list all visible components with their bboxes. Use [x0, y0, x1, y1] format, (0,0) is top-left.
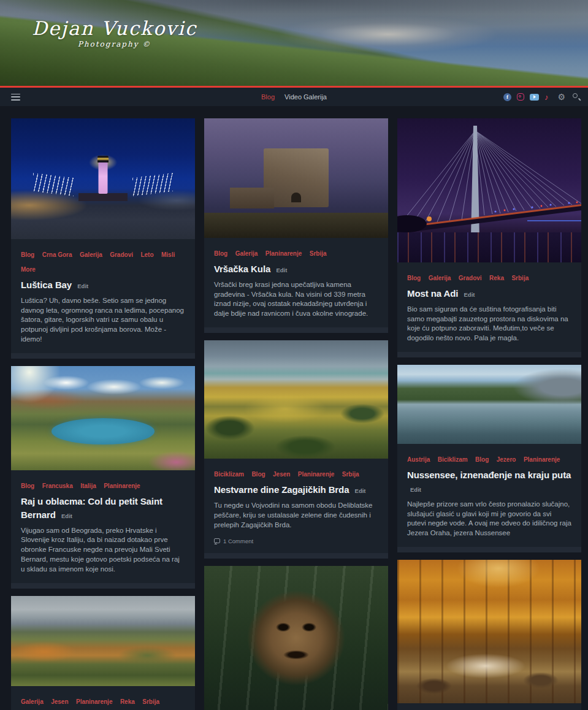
category-link[interactable]: Crna Gora — [42, 251, 72, 258]
category-link[interactable]: Austrija — [407, 456, 430, 463]
settings-gear-icon[interactable]: ⚙ — [557, 93, 565, 101]
post-thumbnail[interactable] — [204, 340, 388, 459]
lighthouse-tower-shape — [99, 162, 108, 194]
post-title: Nussensee, iznenađenje na kraju puta Edi… — [407, 468, 571, 495]
edit-link[interactable]: Edit — [355, 487, 366, 494]
post-title-link[interactable]: Vršačka Kula — [214, 264, 270, 274]
category-link[interactable]: Gradovi — [459, 275, 482, 281]
post-thumbnail[interactable] — [204, 118, 388, 238]
post-title: Nestvarne dine Zagajičkih Brda Edit — [214, 483, 378, 497]
nav-icons: f ♪ ⚙ — [503, 93, 581, 101]
post-title-link[interactable]: Raj u oblacma: Col du petit Saint Bernar… — [21, 496, 162, 520]
post-title: Luštica Bay Edit — [21, 278, 185, 292]
post-excerpt: Tu negde u Vojvodini na samom obodu Deli… — [214, 501, 378, 530]
category-link[interactable]: Blog — [21, 251, 34, 258]
post-title-link[interactable]: Nestvarne dine Zagajičkih Brda — [214, 484, 349, 495]
post-card-jesen-kisa-drina: Galerija Jesen Planinarenje Reka Srbija … — [11, 596, 195, 710]
post-title-link[interactable]: Nussensee, iznenađenje na kraju puta — [407, 470, 571, 480]
category-link[interactable]: Galerija — [235, 250, 258, 257]
main-nav: Blog Video Galerija f ♪ ⚙ — [0, 88, 588, 106]
youtube-icon[interactable] — [530, 94, 539, 101]
edit-link[interactable]: Edit — [410, 486, 421, 493]
site-header: Dejan Vuckovic Photography © — [0, 0, 588, 88]
site-logo[interactable]: Dejan Vuckovic Photography © — [32, 17, 197, 48]
comments-link[interactable]: 1 Comment — [214, 538, 378, 544]
post-thumbnail[interactable] — [397, 560, 581, 703]
comment-count: 1 Comment — [223, 538, 253, 544]
category-link[interactable]: Srbija — [310, 250, 327, 257]
edit-link[interactable]: Edit — [464, 291, 475, 298]
card-footer — [204, 553, 388, 559]
post-categories: Blog Galerija Gradovi Reka Srbija — [407, 270, 571, 284]
post-card-wooden-face: Austrija Blog Planinarenje Zima — [204, 566, 388, 710]
post-categories: Blog Crna Gora Galerija Gradovi Leto Mis… — [21, 246, 185, 276]
post-thumbnail[interactable] — [204, 566, 388, 710]
lighthouse-lantern-shape — [97, 156, 109, 162]
category-link[interactable]: Galerija — [80, 251, 102, 258]
post-categories: Biciklizam Blog Jesen Planinarenje Srbij… — [214, 466, 378, 481]
tiktok-icon[interactable]: ♪ — [544, 93, 549, 101]
category-link[interactable]: Blog — [251, 471, 265, 478]
category-link[interactable]: Galerija — [21, 698, 44, 705]
nav-menu: Blog Video Galerija — [261, 93, 327, 101]
post-title-link[interactable]: Luštica Bay — [21, 280, 72, 290]
post-thumbnail[interactable] — [397, 365, 581, 444]
post-card-lustica-bay: Blog Crna Gora Galerija Gradovi Leto Mis… — [11, 118, 195, 359]
post-excerpt: Luštica? Uh, davno beše. Setio sam se je… — [21, 296, 185, 345]
category-link[interactable]: Srbija — [342, 471, 359, 478]
category-link[interactable]: Francuska — [42, 483, 73, 489]
category-link[interactable]: Srbija — [142, 698, 159, 705]
category-link[interactable]: Galerija — [429, 275, 451, 281]
category-link[interactable]: Gradovi — [110, 251, 133, 258]
category-link[interactable]: Planinarenje — [265, 250, 302, 257]
card-footer — [11, 583, 195, 589]
category-link[interactable]: Blog — [407, 275, 421, 281]
facebook-icon[interactable]: f — [503, 93, 511, 101]
nav-item-blog[interactable]: Blog — [261, 93, 275, 101]
category-link[interactable]: Misli — [161, 251, 175, 258]
category-link[interactable]: Reka — [120, 698, 135, 705]
category-link[interactable]: More — [21, 266, 36, 273]
grid-column-middle: Blog Galerija Planinarenje Srbija Vršačk… — [204, 118, 388, 710]
category-link[interactable]: Planinarenje — [524, 456, 560, 463]
category-link[interactable]: Leto — [140, 251, 153, 258]
category-link[interactable]: Jesen — [51, 698, 68, 705]
nav-item-video-galerija[interactable]: Video Galerija — [284, 93, 327, 101]
post-categories: Austrija Biciklizam Blog Jezero Planinar… — [407, 451, 571, 466]
post-card-vrsacka-kula: Blog Galerija Planinarenje Srbija Vršačk… — [204, 118, 388, 333]
post-title: Raj u oblacma: Col du petit Saint Bernar… — [21, 495, 185, 522]
card-footer — [11, 353, 195, 359]
category-link[interactable]: Biciklizam — [438, 456, 468, 463]
category-link[interactable]: Blog — [21, 483, 34, 489]
category-link[interactable]: Blog — [475, 456, 489, 463]
category-link[interactable]: Planinarenje — [104, 483, 140, 489]
category-link[interactable]: Jezero — [497, 456, 516, 463]
post-thumbnail[interactable] — [397, 118, 581, 262]
category-link[interactable]: Planinarenje — [298, 471, 334, 478]
category-link[interactable]: Reka — [489, 275, 504, 281]
instagram-icon[interactable] — [517, 93, 524, 101]
category-link[interactable]: Jesen — [273, 471, 290, 478]
card-footer — [397, 547, 581, 552]
card-footer — [397, 352, 581, 357]
post-title-link[interactable]: Most na Adi — [407, 288, 458, 299]
category-link[interactable]: Blog — [214, 250, 227, 257]
edit-link[interactable]: Edit — [61, 513, 72, 519]
water-reflection-shape — [397, 232, 581, 262]
hamburger-menu-icon[interactable] — [11, 94, 20, 101]
search-icon[interactable] — [572, 93, 581, 101]
category-link[interactable]: Italija — [80, 483, 96, 489]
edit-link[interactable]: Edit — [276, 267, 287, 273]
post-thumbnail[interactable] — [11, 596, 195, 686]
category-link[interactable]: Biciklizam — [214, 471, 244, 478]
grid-column-right: Blog Galerija Gradovi Reka Srbija Most n… — [397, 118, 581, 710]
post-thumbnail[interactable] — [11, 366, 195, 470]
post-card-nestvarne-dine: Biciklizam Blog Jesen Planinarenje Srbij… — [204, 340, 388, 558]
edit-link[interactable]: Edit — [77, 283, 88, 289]
post-title: Most na Adi Edit — [407, 287, 571, 300]
category-link[interactable]: Srbija — [511, 275, 529, 281]
category-link[interactable]: Planinarenje — [76, 698, 112, 705]
logo-subtitle: Photography © — [32, 40, 197, 48]
grid-column-left: Blog Crna Gora Galerija Gradovi Leto Mis… — [11, 118, 195, 710]
post-thumbnail[interactable] — [11, 118, 195, 239]
